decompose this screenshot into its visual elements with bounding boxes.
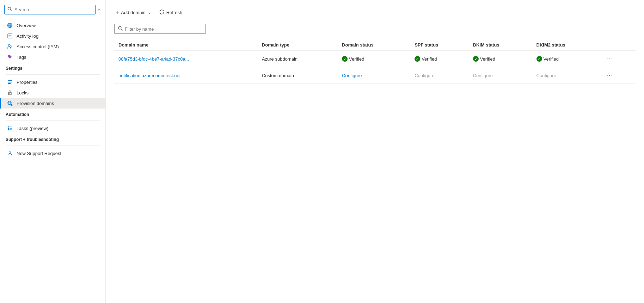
spf-verified-icon: ✓	[415, 56, 420, 62]
svg-rect-28	[10, 127, 12, 127]
svg-line-33	[121, 29, 122, 30]
sidebar-item-iam-label: Access control (IAM)	[17, 44, 59, 49]
support-icon	[7, 150, 13, 156]
sidebar-item-provision-domains-label: Provision domains	[17, 101, 54, 106]
automation-section-header: Automation	[0, 109, 105, 118]
sidebar-item-properties[interactable]: Properties	[0, 77, 105, 87]
svg-rect-30	[10, 130, 12, 130]
toolbar: + Add domain ⌄ Refresh	[114, 7, 636, 18]
table-row: notification.azurecommtest.netCustom dom…	[114, 67, 636, 84]
activity-icon	[7, 33, 13, 39]
plus-icon: +	[116, 9, 119, 16]
tag-icon	[7, 54, 13, 60]
table-header-row: Domain name Domain type Domain status SP…	[114, 39, 636, 51]
sidebar-item-tasks[interactable]: Tasks (preview)	[0, 123, 105, 134]
provision-domains-icon	[7, 100, 13, 106]
row-more-options-button[interactable]: ···	[605, 72, 615, 79]
cell-dkim-status: ✓ Verified	[469, 51, 532, 67]
col-header-domain-name: Domain name	[114, 39, 258, 51]
cell-row-actions[interactable]: ···	[600, 51, 636, 67]
cell-domain-status[interactable]: Configure	[338, 67, 410, 84]
row-more-options-button[interactable]: ···	[605, 55, 615, 63]
svg-point-26	[8, 128, 9, 129]
dkim2-verified-icon: ✓	[536, 56, 542, 62]
sidebar-item-overview-label: Overview	[17, 23, 36, 28]
sidebar-item-tags[interactable]: Tags	[0, 52, 105, 62]
svg-rect-14	[8, 80, 12, 81]
spf-configure-label: Configure	[415, 73, 434, 78]
filter-input[interactable]	[125, 26, 202, 32]
sidebar-item-activity-log[interactable]: Activity log	[0, 31, 105, 41]
svg-point-25	[8, 126, 9, 128]
globe-icon	[7, 22, 13, 29]
dkim-status-badge: ✓ Verified	[473, 56, 495, 62]
dkim2-status-badge: ✓ Verified	[536, 56, 559, 62]
add-domain-label: Add domain	[121, 10, 145, 15]
filter-search-icon	[118, 26, 123, 32]
svg-point-18	[10, 93, 10, 94]
search-input[interactable]	[14, 7, 92, 12]
svg-point-11	[8, 45, 10, 47]
svg-point-27	[8, 129, 9, 130]
collapse-sidebar-button[interactable]: «	[96, 6, 103, 13]
settings-section-header: Settings	[0, 62, 105, 72]
cell-dkim2-status: Configure	[532, 67, 600, 84]
sidebar-item-provision-domains[interactable]: Provision domains	[0, 98, 105, 109]
automation-divider	[6, 120, 100, 121]
search-icon	[7, 7, 12, 13]
cell-domain-name[interactable]: 08fa75d3-bfdc-4be7-a4ad-37c0a...	[114, 51, 258, 67]
domain-table: Domain name Domain type Domain status SP…	[114, 39, 636, 84]
cell-dkim2-status: ✓ Verified	[532, 51, 600, 67]
sidebar-item-properties-label: Properties	[17, 80, 37, 85]
search-box[interactable]	[4, 5, 96, 14]
domain-status-configure-link[interactable]: Configure	[342, 73, 362, 78]
col-header-actions	[600, 39, 636, 51]
settings-divider	[6, 74, 100, 75]
spf-status-badge: ✓ Verified	[415, 56, 437, 62]
cell-row-actions[interactable]: ···	[600, 67, 636, 84]
svg-point-31	[9, 152, 11, 154]
verified-icon: ✓	[342, 56, 348, 62]
cell-spf-status: ✓ Verified	[410, 51, 468, 67]
sidebar-item-activity-log-label: Activity log	[17, 33, 38, 39]
svg-rect-15	[8, 82, 12, 82]
cell-domain-type: Custom domain	[258, 67, 338, 84]
domain-name-link[interactable]: notification.azurecommtest.net	[118, 73, 180, 78]
dkim-configure-label: Configure	[473, 73, 493, 78]
domain-status-badge: ✓ Verified	[342, 56, 364, 62]
refresh-icon	[159, 10, 164, 16]
dkim-verified-icon: ✓	[473, 56, 479, 62]
cell-spf-status: Configure	[410, 67, 468, 84]
sidebar-item-new-support-request[interactable]: New Support Request	[0, 148, 105, 159]
sidebar: « Overview Activity log	[0, 0, 106, 303]
col-header-domain-status: Domain status	[338, 39, 410, 51]
col-header-spf-status: SPF status	[410, 39, 468, 51]
filter-box[interactable]	[114, 24, 206, 34]
col-header-domain-type: Domain type	[258, 39, 338, 51]
tasks-icon	[7, 125, 13, 131]
sidebar-top-row: «	[0, 3, 105, 19]
table-row: 08fa75d3-bfdc-4be7-a4ad-37c0a...Azure su…	[114, 51, 636, 67]
lock-icon	[7, 89, 13, 96]
support-divider	[6, 146, 100, 146]
svg-rect-16	[8, 83, 11, 84]
sidebar-item-tags-label: Tags	[17, 55, 26, 60]
cell-dkim-status: Configure	[469, 67, 532, 84]
svg-point-12	[11, 45, 12, 47]
refresh-button[interactable]: Refresh	[158, 7, 184, 18]
svg-line-1	[11, 10, 12, 11]
domain-name-link[interactable]: 08fa75d3-bfdc-4be7-a4ad-37c0a...	[118, 56, 189, 62]
sidebar-item-overview[interactable]: Overview	[0, 20, 105, 31]
sidebar-item-tasks-label: Tasks (preview)	[17, 126, 48, 131]
cell-domain-name[interactable]: notification.azurecommtest.net	[114, 67, 258, 84]
sidebar-item-iam[interactable]: Access control (IAM)	[0, 41, 105, 52]
add-domain-button[interactable]: + Add domain ⌄	[114, 7, 152, 18]
chevron-down-icon: ⌄	[148, 10, 151, 15]
refresh-label: Refresh	[166, 10, 183, 15]
sidebar-item-locks-label: Locks	[17, 90, 29, 95]
sidebar-item-new-support-request-label: New Support Request	[17, 151, 61, 156]
properties-icon	[7, 79, 13, 85]
support-section-header: Support + troubleshooting	[0, 134, 105, 143]
sidebar-item-locks[interactable]: Locks	[0, 87, 105, 98]
svg-rect-29	[10, 128, 12, 129]
